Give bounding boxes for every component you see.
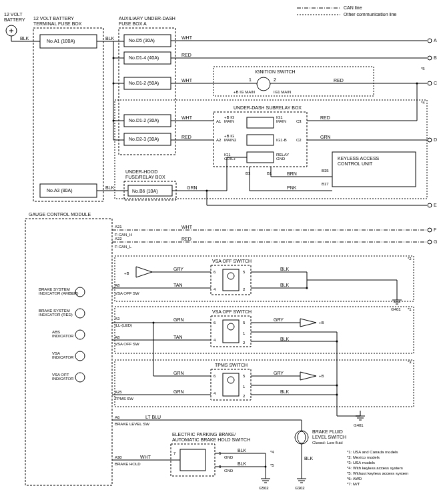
svg-text:A6: A6	[115, 415, 120, 419]
svg-text:GRY: GRY	[173, 267, 183, 271]
svg-text:6: 6	[213, 321, 216, 325]
svg-text:BRAKE LEVEL SW: BRAKE LEVEL SW	[115, 422, 149, 426]
svg-text:MAIN2: MAIN2	[224, 138, 237, 142]
svg-text:D: D	[434, 137, 437, 142]
svg-text:2: 2	[243, 394, 246, 398]
svg-text:B: B	[434, 55, 437, 60]
svg-point-191	[228, 323, 234, 330]
svg-text:C2: C2	[296, 138, 302, 142]
svg-point-143	[75, 373, 85, 382]
svg-text:2: 2	[243, 287, 246, 291]
svg-text:*3: USA models: *3: USA models	[347, 461, 375, 465]
svg-text:G401: G401	[354, 423, 364, 427]
svg-point-149	[428, 228, 432, 232]
svg-text:MAIN: MAIN	[276, 119, 286, 123]
svg-text:+B: +B	[319, 374, 324, 378]
svg-text:*3: *3	[408, 360, 412, 364]
gauge-control-module: GAUGE CONTROL MODULE BRAKE SYSTEMINDICAT…	[25, 212, 112, 485]
svg-text:GRN: GRN	[173, 389, 184, 394]
svg-text:GND: GND	[224, 469, 234, 473]
svg-rect-220	[115, 360, 414, 407]
svg-text:A21: A21	[115, 225, 122, 229]
svg-text:GRN: GRN	[320, 135, 331, 139]
svg-text:E: E	[434, 203, 437, 207]
svg-rect-186	[115, 307, 414, 353]
svg-point-225	[228, 377, 234, 383]
svg-point-137	[75, 330, 85, 339]
buffer-icon	[136, 267, 152, 277]
svg-text:No.D2-3 (30A): No.D2-3 (30A)	[129, 137, 159, 142]
buffer-icon	[300, 372, 316, 380]
svg-text:+B: +B	[319, 321, 324, 325]
svg-text:2: 2	[274, 77, 276, 82]
svg-text:FUSE/RELAY BOX: FUSE/RELAY BOX	[125, 175, 165, 179]
svg-rect-69	[247, 117, 274, 128]
svg-text:C: C	[434, 81, 437, 85]
svg-text:UNDER-HOOD: UNDER-HOOD	[125, 169, 157, 174]
svg-point-40	[113, 57, 115, 59]
svg-text:INDICATOR (RED): INDICATOR (RED)	[39, 313, 73, 317]
svg-text:RED: RED	[334, 78, 344, 83]
vsa-off-switch-1: VSA OFF SWITCH 65 42	[211, 259, 252, 295]
svg-text:LEVEL SWITCH: LEVEL SWITCH	[312, 435, 346, 439]
svg-text:*1: *1	[408, 307, 412, 311]
under-hood-box: UNDER-HOOD FUSE/RELAY BOX No.B6 (10A)	[124, 169, 176, 200]
svg-text:A22: A22	[115, 237, 122, 241]
svg-text:IG1-B: IG1-B	[276, 138, 287, 142]
svg-point-41	[113, 83, 115, 85]
svg-rect-129	[25, 219, 112, 485]
svg-text:GND: GND	[224, 455, 234, 459]
svg-text:INDICATOR: INDICATOR	[52, 355, 74, 359]
keyless-access-unit: KEYLESS ACCESS CONTROL UNIT	[332, 152, 416, 187]
aux-underdash-fuse-box: AUXILIARY UNDER-DASH FUSE BOX A No.D5 (3…	[119, 16, 175, 155]
svg-text:BATTERY: BATTERY	[4, 17, 25, 22]
svg-text:INDICATOR: INDICATOR	[52, 377, 74, 381]
svg-text:WHT: WHT	[181, 225, 193, 229]
svg-text:A8: A8	[115, 335, 120, 339]
battery: 12 VOLT BATTERY	[4, 12, 25, 36]
svg-point-176	[306, 287, 308, 289]
svg-text:2: 2	[243, 341, 246, 345]
indicator: BRAKE SYSTEMINDICATOR (AMBER)	[39, 287, 85, 297]
svg-text:TERMINAL FUSE BOX: TERMINAL FUSE BOX	[33, 21, 82, 26]
svg-text:A30: A30	[115, 455, 122, 459]
svg-text:TAN: TAN	[173, 283, 182, 287]
svg-rect-71	[247, 152, 274, 163]
svg-text:RED: RED	[181, 237, 191, 241]
svg-text:1: 1	[249, 77, 252, 82]
svg-text:AUXILIARY UNDER-DASH: AUXILIARY UNDER-DASH	[119, 16, 175, 21]
svg-text:VSA OFF SWITCH: VSA OFF SWITCH	[212, 309, 252, 314]
svg-text:GRN: GRN	[173, 317, 184, 322]
svg-point-245	[336, 394, 338, 396]
svg-text:*5: Without keyless access sys: *5: Without keyless access system	[347, 471, 408, 475]
svg-text:VSA OFF SWITCH: VSA OFF SWITCH	[212, 259, 252, 263]
svg-text:No.D1-4 (40A): No.D1-4 (40A)	[129, 55, 159, 61]
svg-point-155	[428, 240, 432, 244]
svg-text:GND: GND	[276, 157, 286, 161]
svg-text:1: 1	[243, 385, 246, 389]
svg-text:UNDER-DASH SUBRELAY BOX: UNDER-DASH SUBRELAY BOX	[234, 105, 302, 110]
svg-rect-158	[115, 256, 414, 301]
svg-text:6: 6	[213, 374, 216, 378]
svg-text:B1: B1	[267, 171, 272, 175]
svg-text:A2: A2	[216, 138, 222, 142]
svg-point-97	[428, 138, 432, 142]
svg-text:G: G	[434, 239, 437, 244]
svg-text:RED: RED	[181, 135, 191, 139]
svg-text:*5: *5	[421, 67, 425, 71]
svg-text:No.B6 (10A): No.B6 (10A)	[132, 189, 158, 194]
svg-point-53	[257, 77, 270, 91]
svg-text:A8: A8	[115, 283, 120, 287]
vsa-off-switch-2: VSA OFF SWITCH 65 41 2	[211, 309, 252, 347]
svg-text:TAN: TAN	[173, 335, 182, 339]
svg-text:B35: B35	[322, 169, 329, 173]
svg-text:BRN: BRN	[287, 171, 297, 176]
svg-text:CONTROL UNIT: CONTROL UNIT	[338, 161, 373, 166]
svg-point-274	[295, 431, 308, 444]
svg-text:MAIN: MAIN	[224, 119, 234, 123]
footnotes: *1: USA and Canada models *2: Mexico mod…	[347, 450, 408, 486]
svg-text:+B: +B	[124, 271, 129, 275]
svg-text:*4: *4	[421, 101, 425, 105]
svg-text:*7: M/T: *7: M/T	[347, 482, 360, 486]
svg-text:*4: With keyless access system: *4: With keyless access system	[347, 466, 403, 470]
